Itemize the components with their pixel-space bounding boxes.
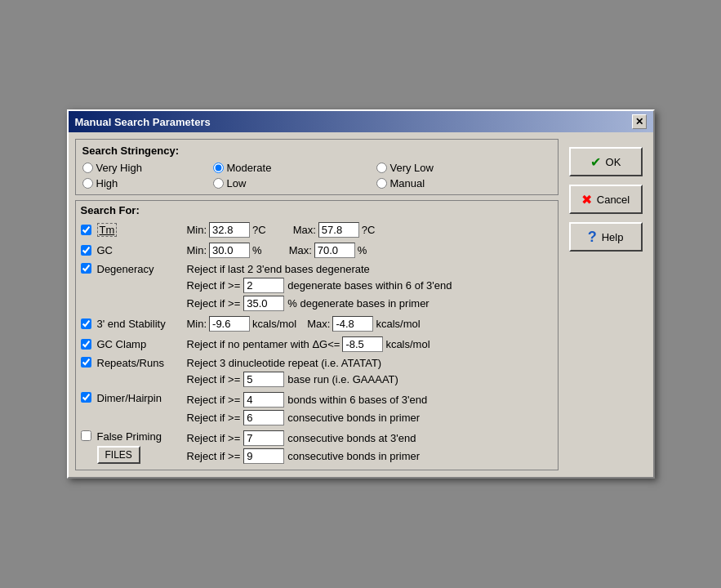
- degeneracy-row2-input[interactable]: [243, 296, 284, 311]
- dimer-row2-prefix: Reject if >=: [187, 412, 241, 424]
- search-for-section: Search For: Tm Min: ?C Max:: [75, 200, 559, 470]
- degeneracy-row1-input[interactable]: [243, 278, 284, 293]
- dimer-label: Dimer/Hairpin: [97, 392, 187, 404]
- title-bar: Manual Search Parameters ✕: [69, 111, 653, 132]
- degeneracy-description: Reject if last 2 3'end bases degenerate: [187, 263, 452, 275]
- radio-very-high[interactable]: [82, 163, 93, 173]
- repeats-sub-row-1: Reject if >= base run (i.e. GAAAAT): [187, 372, 398, 387]
- dimer-row1-input[interactable]: [243, 392, 284, 408]
- buttons-column: ✔ OK ✖ Cancel ? Help: [565, 139, 647, 470]
- radio-low-label: Low: [227, 177, 247, 189]
- radio-moderate[interactable]: [213, 163, 224, 173]
- radio-manual[interactable]: [376, 178, 387, 189]
- close-button[interactable]: ✕: [632, 114, 647, 129]
- tm-checkbox[interactable]: [81, 225, 91, 235]
- radio-item-moderate[interactable]: Moderate: [213, 162, 376, 174]
- stringency-radio-group: Very High Moderate Very Low High: [82, 162, 551, 189]
- false-priming-sub-row-1: Reject if >= consecutive bonds at 3'end: [187, 430, 553, 446]
- repeats-row: Repeats/Runs Reject 3 dinucleotide repea…: [81, 354, 553, 390]
- stringency-title: Search Stringency:: [82, 145, 551, 157]
- help-label: Help: [602, 231, 624, 243]
- dialog-window: Manual Search Parameters ✕ Search String…: [67, 109, 655, 479]
- tm-min-label: Min:: [187, 224, 207, 236]
- radio-high-label: High: [96, 177, 118, 189]
- gc-min-unit: %: [252, 244, 262, 256]
- gc-min-label: Min:: [187, 244, 207, 256]
- gc-clamp-checkbox[interactable]: [81, 339, 91, 350]
- stability-check-cell: [81, 318, 97, 329]
- cancel-icon: ✖: [581, 192, 592, 207]
- degeneracy-check-cell: [81, 263, 97, 274]
- radio-item-high[interactable]: High: [82, 177, 213, 189]
- dialog-body: Search Stringency: Very High Moderate Ve…: [69, 132, 653, 477]
- dialog-title: Manual Search Parameters: [75, 116, 211, 128]
- gc-label: GC: [97, 244, 187, 256]
- gc-clamp-input[interactable]: [342, 336, 383, 352]
- false-priming-checkbox[interactable]: [81, 430, 91, 441]
- degeneracy-details: Reject if last 2 3'end bases degenerate …: [187, 263, 452, 311]
- stability-checkbox[interactable]: [81, 318, 91, 329]
- radio-item-low[interactable]: Low: [213, 177, 376, 189]
- degeneracy-row1-prefix: Reject if >=: [187, 279, 241, 292]
- dimer-row1-prefix: Reject if >=: [187, 394, 241, 406]
- radio-very-high-label: Very High: [96, 162, 142, 174]
- radio-manual-label: Manual: [390, 177, 425, 189]
- repeats-checkbox[interactable]: [81, 357, 91, 368]
- tm-details: Min: ?C Max: ?C: [187, 222, 553, 238]
- gc-clamp-row: GC Clamp Reject if no pentamer with ΔG<=…: [81, 334, 553, 354]
- false-priming-row1-prefix: Reject if >=: [187, 432, 241, 444]
- gc-max-unit: %: [358, 244, 367, 256]
- radio-very-low[interactable]: [376, 163, 387, 173]
- dimer-sub-row-2: Reject if >= consecutive bonds in primer: [187, 410, 428, 425]
- radio-item-very-low[interactable]: Very Low: [376, 162, 507, 174]
- ok-icon: ✔: [590, 154, 601, 170]
- tm-max-unit: ?C: [362, 224, 376, 236]
- ok-button[interactable]: ✔ OK: [569, 147, 643, 176]
- main-content: Search Stringency: Very High Moderate Ve…: [75, 139, 559, 470]
- repeats-check-cell: [81, 357, 97, 368]
- stability-max-input[interactable]: [332, 316, 373, 332]
- stability-row: 3' end Stability Min: kcals/mol Max: kca…: [81, 314, 553, 334]
- stability-min-label: Min:: [187, 318, 207, 330]
- degeneracy-sub-row-2: Reject if >= % degenerate bases in prime…: [187, 296, 452, 311]
- gc-clamp-details: Reject if no pentamer with ΔG<= kcals/mo…: [187, 336, 553, 352]
- tm-row: Tm Min: ?C Max: ?C: [81, 220, 553, 240]
- radio-high[interactable]: [82, 178, 93, 189]
- degeneracy-checkbox[interactable]: [81, 263, 91, 274]
- dimer-row2-input[interactable]: [243, 410, 284, 425]
- degeneracy-row2-suffix: % degenerate bases in primer: [287, 297, 429, 310]
- tm-max-input[interactable]: [318, 222, 359, 238]
- tm-min-unit: ?C: [252, 224, 266, 236]
- radio-item-manual[interactable]: Manual: [376, 177, 507, 189]
- degeneracy-sub-row-1: Reject if >= degenerate bases within 6 o…: [187, 278, 452, 293]
- false-priming-label: False Priming: [97, 430, 162, 443]
- help-button[interactable]: ? Help: [569, 222, 643, 252]
- repeats-description: Reject 3 dinucleotide repeat (i.e. ATATA…: [187, 357, 398, 369]
- false-priming-row2-input[interactable]: [243, 448, 284, 464]
- radio-item-very-high[interactable]: Very High: [82, 162, 213, 174]
- radio-moderate-label: Moderate: [227, 162, 272, 174]
- stability-max-label: Max:: [307, 318, 330, 330]
- tm-min-input[interactable]: [209, 222, 250, 238]
- repeats-row1-input[interactable]: [243, 372, 284, 387]
- false-priming-check-cell: [81, 430, 97, 441]
- files-button[interactable]: FILES: [97, 446, 140, 464]
- gc-max-input[interactable]: [314, 243, 355, 258]
- stability-min-input[interactable]: [209, 316, 250, 332]
- false-priming-row1-input[interactable]: [243, 430, 284, 446]
- gc-clamp-label: GC Clamp: [97, 338, 187, 350]
- repeats-row1-suffix: base run (i.e. GAAAAT): [287, 373, 398, 385]
- radio-low[interactable]: [213, 178, 224, 189]
- dimer-check-cell: [81, 392, 97, 403]
- tm-label-text: Tm: [97, 223, 118, 237]
- repeats-details: Reject 3 dinucleotide repeat (i.e. ATATA…: [187, 357, 398, 387]
- dimer-checkbox[interactable]: [81, 392, 91, 403]
- false-priming-row1-suffix: consecutive bonds at 3'end: [287, 432, 416, 444]
- cancel-button[interactable]: ✖ Cancel: [569, 185, 643, 214]
- gc-checkbox[interactable]: [81, 245, 91, 256]
- cancel-label: Cancel: [597, 194, 630, 206]
- gc-min-input[interactable]: [209, 243, 250, 258]
- gc-details: Min: % Max: %: [187, 243, 553, 258]
- gc-clamp-check-cell: [81, 339, 97, 350]
- degeneracy-row2-prefix: Reject if >=: [187, 297, 241, 310]
